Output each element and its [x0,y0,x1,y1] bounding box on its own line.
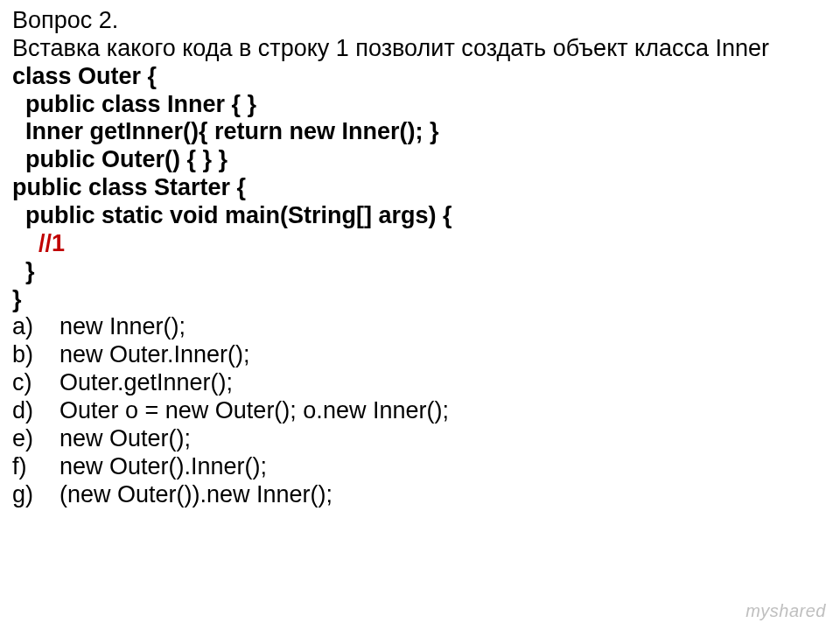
answer-letter: d) [12,397,42,425]
answer-text: (new Outer()).new Inner(); [42,481,332,509]
answer-option: a) new Inner(); [12,313,828,341]
code-line-5: public class Starter { [12,174,828,202]
answer-letter: b) [12,341,42,369]
code-line-3: Inner getInner(){ return new Inner(); } [12,118,828,146]
code-line-2: public class Inner { } [12,91,828,119]
answer-option: e) new Outer(); [12,425,828,453]
answer-option: g) (new Outer()).new Inner(); [12,481,828,509]
answer-text: new Outer().Inner(); [42,453,267,481]
answer-letter: c) [12,369,42,397]
watermark: myshared [746,601,826,621]
answer-text: new Outer.Inner(); [42,341,250,369]
answer-letter: a) [12,313,42,341]
answer-letter: f) [12,453,42,481]
answer-letter: e) [12,425,42,453]
answer-text: new Inner(); [42,313,186,341]
answer-option: f) new Outer().Inner(); [12,453,828,481]
slide: Вопрос 2. Вставка какого кода в строку 1… [0,0,840,630]
answer-letter: g) [12,481,42,509]
question-title: Вопрос 2. [12,7,828,35]
code-line-7-highlight: //1 [12,230,828,258]
question-prompt: Вставка какого кода в строку 1 позволит … [12,35,828,63]
answer-option: b) new Outer.Inner(); [12,341,828,369]
answer-text: new Outer(); [42,425,191,453]
answer-option: c) Outer.getInner(); [12,369,828,397]
watermark-shared: shared [770,601,826,620]
watermark-my: my [746,601,770,620]
answer-option: d) Outer o = new Outer(); o.new Inner(); [12,397,828,425]
answer-text: Outer o = new Outer(); o.new Inner(); [42,397,449,425]
code-line-8: } [12,258,828,286]
code-line-6: public static void main(String[] args) { [12,202,828,230]
answer-text: Outer.getInner(); [42,369,233,397]
code-line-1: class Outer { [12,63,828,91]
code-line-4: public Outer() { } } [12,146,828,174]
code-line-9: } [12,286,828,314]
